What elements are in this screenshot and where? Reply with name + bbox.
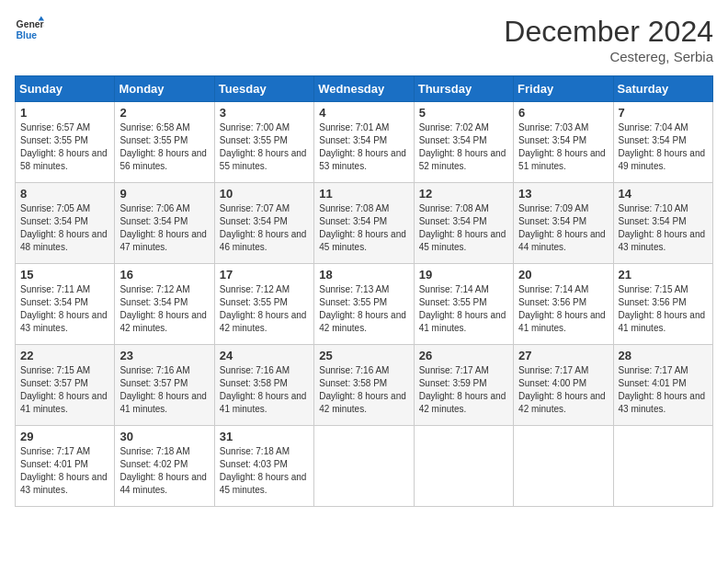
calendar-cell: 19Sunrise: 7:14 AMSunset: 3:55 PMDayligh… bbox=[414, 264, 513, 345]
day-number: 13 bbox=[518, 187, 608, 201]
logo-icon: General Blue bbox=[15, 15, 44, 44]
svg-text:Blue: Blue bbox=[17, 30, 38, 40]
day-number: 21 bbox=[619, 268, 708, 282]
month-title: December 2024 bbox=[504, 15, 713, 49]
day-info: Sunrise: 7:06 AMSunset: 3:54 PMDaylight:… bbox=[119, 202, 209, 254]
day-info: Sunrise: 7:17 AMSunset: 4:00 PMDaylight:… bbox=[518, 364, 608, 416]
day-info: Sunrise: 7:16 AMSunset: 3:58 PMDaylight:… bbox=[319, 364, 408, 416]
day-number: 1 bbox=[20, 106, 109, 120]
day-number: 22 bbox=[20, 349, 109, 362]
calendar-table: Sunday Monday Tuesday Wednesday Thursday… bbox=[15, 75, 713, 507]
calendar-cell: 7Sunrise: 7:04 AMSunset: 3:54 PMDaylight… bbox=[613, 102, 712, 183]
calendar-cell: 23Sunrise: 7:16 AMSunset: 3:57 PMDayligh… bbox=[115, 345, 214, 426]
col-friday: Friday bbox=[514, 76, 613, 102]
calendar-week-row: 29Sunrise: 7:17 AMSunset: 4:01 PMDayligh… bbox=[16, 426, 713, 507]
day-info: Sunrise: 7:09 AMSunset: 3:54 PMDaylight:… bbox=[518, 202, 608, 254]
calendar-cell: 10Sunrise: 7:07 AMSunset: 3:54 PMDayligh… bbox=[214, 183, 313, 264]
day-number: 18 bbox=[319, 268, 408, 282]
day-info: Sunrise: 7:15 AMSunset: 3:57 PMDaylight:… bbox=[20, 364, 109, 416]
day-info: Sunrise: 7:07 AMSunset: 3:54 PMDaylight:… bbox=[220, 202, 309, 254]
day-info: Sunrise: 7:03 AMSunset: 3:54 PMDaylight:… bbox=[518, 121, 608, 173]
day-number: 8 bbox=[20, 187, 109, 201]
day-number: 17 bbox=[220, 268, 309, 282]
day-info: Sunrise: 6:57 AMSunset: 3:55 PMDaylight:… bbox=[20, 121, 109, 173]
day-number: 31 bbox=[220, 430, 309, 443]
calendar-cell: 15Sunrise: 7:11 AMSunset: 3:54 PMDayligh… bbox=[16, 264, 115, 345]
calendar-cell: 3Sunrise: 7:00 AMSunset: 3:55 PMDaylight… bbox=[214, 102, 313, 183]
day-number: 19 bbox=[419, 268, 508, 282]
day-info: Sunrise: 7:08 AMSunset: 3:54 PMDaylight:… bbox=[319, 202, 408, 254]
day-number: 26 bbox=[419, 349, 508, 362]
col-tuesday: Tuesday bbox=[214, 76, 313, 102]
day-info: Sunrise: 7:12 AMSunset: 3:55 PMDaylight:… bbox=[220, 283, 309, 335]
day-number: 2 bbox=[119, 106, 209, 120]
day-number: 3 bbox=[220, 106, 309, 120]
day-number: 23 bbox=[119, 349, 209, 362]
calendar-cell: 21Sunrise: 7:15 AMSunset: 3:56 PMDayligh… bbox=[613, 264, 712, 345]
calendar-cell: 31Sunrise: 7:18 AMSunset: 4:03 PMDayligh… bbox=[214, 426, 313, 507]
calendar-cell: 1Sunrise: 6:57 AMSunset: 3:55 PMDaylight… bbox=[16, 102, 115, 183]
calendar-week-row: 8Sunrise: 7:05 AMSunset: 3:54 PMDaylight… bbox=[16, 183, 713, 264]
day-info: Sunrise: 7:16 AMSunset: 3:58 PMDaylight:… bbox=[220, 364, 309, 416]
location: Cestereg, Serbia bbox=[504, 49, 713, 64]
day-number: 10 bbox=[220, 187, 309, 201]
day-info: Sunrise: 7:02 AMSunset: 3:54 PMDaylight:… bbox=[419, 121, 508, 173]
day-info: Sunrise: 7:11 AMSunset: 3:54 PMDaylight:… bbox=[20, 283, 109, 335]
calendar-week-row: 1Sunrise: 6:57 AMSunset: 3:55 PMDaylight… bbox=[16, 102, 713, 183]
day-info: Sunrise: 7:17 AMSunset: 4:01 PMDaylight:… bbox=[619, 364, 708, 416]
day-number: 9 bbox=[119, 187, 209, 201]
calendar-cell: 9Sunrise: 7:06 AMSunset: 3:54 PMDaylight… bbox=[115, 183, 214, 264]
day-number: 14 bbox=[619, 187, 708, 201]
day-info: Sunrise: 7:17 AMSunset: 4:01 PMDaylight:… bbox=[20, 445, 109, 497]
svg-text:General: General bbox=[17, 19, 44, 29]
calendar-cell: 18Sunrise: 7:13 AMSunset: 3:55 PMDayligh… bbox=[314, 264, 414, 345]
calendar-cell: 27Sunrise: 7:17 AMSunset: 4:00 PMDayligh… bbox=[514, 345, 613, 426]
calendar-cell: 12Sunrise: 7:08 AMSunset: 3:54 PMDayligh… bbox=[414, 183, 513, 264]
day-info: Sunrise: 7:14 AMSunset: 3:55 PMDaylight:… bbox=[419, 283, 508, 335]
calendar-cell: 16Sunrise: 7:12 AMSunset: 3:54 PMDayligh… bbox=[115, 264, 214, 345]
day-number: 15 bbox=[20, 268, 109, 282]
page-header: General Blue December 2024 Cestereg, Ser… bbox=[15, 15, 713, 64]
calendar-cell: 24Sunrise: 7:16 AMSunset: 3:58 PMDayligh… bbox=[214, 345, 313, 426]
day-number: 20 bbox=[518, 268, 608, 282]
day-info: Sunrise: 7:10 AMSunset: 3:54 PMDaylight:… bbox=[619, 202, 708, 254]
calendar-cell bbox=[414, 426, 513, 507]
day-number: 5 bbox=[419, 106, 508, 120]
day-info: Sunrise: 7:08 AMSunset: 3:54 PMDaylight:… bbox=[419, 202, 508, 254]
col-saturday: Saturday bbox=[613, 76, 712, 102]
day-info: Sunrise: 7:04 AMSunset: 3:54 PMDaylight:… bbox=[619, 121, 708, 173]
calendar-cell: 13Sunrise: 7:09 AMSunset: 3:54 PMDayligh… bbox=[514, 183, 613, 264]
day-info: Sunrise: 7:14 AMSunset: 3:56 PMDaylight:… bbox=[518, 283, 608, 335]
day-number: 7 bbox=[619, 106, 708, 120]
day-info: Sunrise: 7:18 AMSunset: 4:02 PMDaylight:… bbox=[119, 445, 209, 497]
day-number: 30 bbox=[119, 430, 209, 443]
logo: General Blue bbox=[15, 15, 44, 44]
col-thursday: Thursday bbox=[414, 76, 513, 102]
calendar-cell: 4Sunrise: 7:01 AMSunset: 3:54 PMDaylight… bbox=[314, 102, 414, 183]
calendar-header-row: Sunday Monday Tuesday Wednesday Thursday… bbox=[16, 76, 713, 102]
day-info: Sunrise: 7:16 AMSunset: 3:57 PMDaylight:… bbox=[119, 364, 209, 416]
calendar-cell: 28Sunrise: 7:17 AMSunset: 4:01 PMDayligh… bbox=[613, 345, 712, 426]
calendar-cell: 25Sunrise: 7:16 AMSunset: 3:58 PMDayligh… bbox=[314, 345, 414, 426]
calendar-cell: 22Sunrise: 7:15 AMSunset: 3:57 PMDayligh… bbox=[16, 345, 115, 426]
calendar-cell: 11Sunrise: 7:08 AMSunset: 3:54 PMDayligh… bbox=[314, 183, 414, 264]
calendar-week-row: 15Sunrise: 7:11 AMSunset: 3:54 PMDayligh… bbox=[16, 264, 713, 345]
calendar-cell: 2Sunrise: 6:58 AMSunset: 3:55 PMDaylight… bbox=[115, 102, 214, 183]
day-number: 24 bbox=[220, 349, 309, 362]
calendar-cell: 17Sunrise: 7:12 AMSunset: 3:55 PMDayligh… bbox=[214, 264, 313, 345]
day-number: 12 bbox=[419, 187, 508, 201]
calendar-cell bbox=[514, 426, 613, 507]
title-block: December 2024 Cestereg, Serbia bbox=[504, 15, 713, 64]
calendar-cell bbox=[613, 426, 712, 507]
day-info: Sunrise: 7:15 AMSunset: 3:56 PMDaylight:… bbox=[619, 283, 708, 335]
day-number: 16 bbox=[119, 268, 209, 282]
day-info: Sunrise: 7:17 AMSunset: 3:59 PMDaylight:… bbox=[419, 364, 508, 416]
calendar-cell: 14Sunrise: 7:10 AMSunset: 3:54 PMDayligh… bbox=[613, 183, 712, 264]
day-info: Sunrise: 7:01 AMSunset: 3:54 PMDaylight:… bbox=[319, 121, 408, 173]
day-number: 6 bbox=[518, 106, 608, 120]
calendar-cell: 20Sunrise: 7:14 AMSunset: 3:56 PMDayligh… bbox=[514, 264, 613, 345]
day-number: 27 bbox=[518, 349, 608, 362]
col-sunday: Sunday bbox=[16, 76, 115, 102]
day-number: 4 bbox=[319, 106, 408, 120]
calendar-cell: 26Sunrise: 7:17 AMSunset: 3:59 PMDayligh… bbox=[414, 345, 513, 426]
